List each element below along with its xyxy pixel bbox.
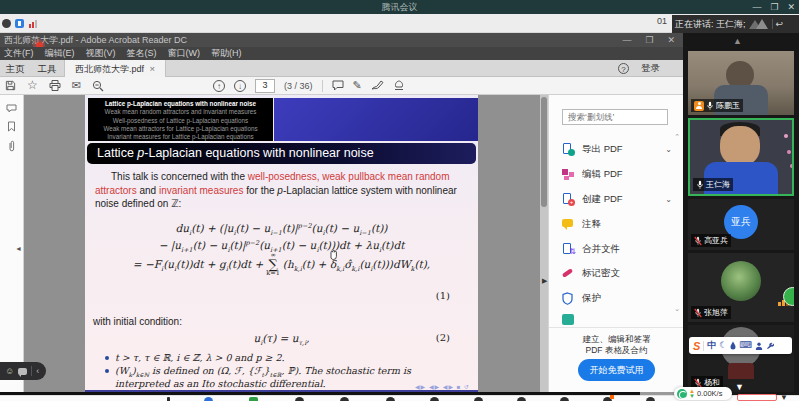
- chevron-down-icon[interactable]: ⌄: [665, 145, 672, 154]
- help-icon[interactable]: ?: [618, 63, 629, 74]
- free-trial-button[interactable]: 开始免费试用: [578, 359, 655, 381]
- taskbar-icon-badged[interactable]: [603, 397, 612, 401]
- maximize-button[interactable]: ❐: [770, 2, 778, 12]
- divider: [31, 366, 32, 376]
- page-down-button[interactable]: ↓: [234, 80, 246, 92]
- taskbar-icon[interactable]: [646, 397, 655, 401]
- page-up-button[interactable]: ↑: [213, 80, 225, 92]
- document-scrollbar[interactable]: [540, 95, 548, 392]
- taskbar-icon[interactable]: [340, 397, 349, 401]
- tool-export-pdf[interactable]: 导出 PDF ⌄: [562, 139, 674, 159]
- nav-collapse-icon[interactable]: ◄: [15, 245, 22, 252]
- ime-lang-icon[interactable]: 中: [707, 337, 716, 354]
- participant-tile[interactable]: 陈鹏玉: [688, 51, 794, 115]
- panel-collapse-up-icon[interactable]: ▲: [733, 36, 742, 46]
- tool-comment[interactable]: 注释: [562, 214, 674, 234]
- tool-protect[interactable]: 保护: [562, 288, 674, 308]
- participant-name: 王仁海: [706, 179, 730, 190]
- divider: [772, 19, 773, 29]
- comment-icon: [562, 218, 575, 231]
- equation1-line3: = −Fi(ui(t))dt + gi(t)dt + ∞ ∑ k=1 (hk,i…: [85, 252, 478, 276]
- zoom-icon[interactable]: [92, 80, 104, 92]
- tools-search-input[interactable]: [562, 109, 668, 125]
- taskbar-tray-arrow-icon[interactable]: ▼: [780, 393, 788, 401]
- restore-button[interactable]: ❐: [645, 35, 653, 45]
- taskbar-icon[interactable]: [167, 397, 170, 401]
- taskbar-icon[interactable]: [430, 397, 439, 401]
- collapse-chevron-icon[interactable]: ‹: [36, 366, 39, 376]
- partial-popup: [737, 394, 777, 401]
- fill-sign-icon[interactable]: [371, 80, 384, 91]
- host-badge-icon: [694, 101, 704, 111]
- taskbar-icon[interactable]: [295, 397, 304, 401]
- save-icon[interactable]: [5, 80, 16, 91]
- equation2: ui(τ) = uτ,i,: [85, 332, 478, 344]
- scroll-down-icon[interactable]: ⌄: [674, 305, 680, 313]
- tool-combine-files[interactable]: ⇅ 合并文件: [562, 239, 674, 259]
- bullet-item: (Wk)k∈ℕ is defined on (Ω, ℱ, {ℱt}t∈ℝ, ℙ)…: [105, 365, 460, 390]
- menu-sign[interactable]: 签名(S): [127, 47, 157, 60]
- mic-muted-icon: [694, 378, 702, 388]
- moon-icon[interactable]: ☾: [719, 337, 727, 354]
- menu-view[interactable]: 视图(V): [86, 47, 116, 60]
- back-arrow-icon[interactable]: ↩: [776, 19, 784, 29]
- participant-tile[interactable]: 亚兵 高亚兵: [688, 199, 794, 250]
- star-icon[interactable]: ☆: [27, 77, 38, 94]
- annotations-icon[interactable]: [6, 103, 17, 113]
- signal-bars-icon: [29, 20, 39, 28]
- comment-icon[interactable]: [332, 80, 344, 91]
- ime-logo-icon[interactable]: S: [693, 340, 700, 352]
- close-button[interactable]: ✕: [787, 2, 795, 12]
- tab-tools[interactable]: 工具: [32, 60, 62, 77]
- taskbar-icon[interactable]: [249, 397, 258, 401]
- panel-collapse-icon[interactable]: ▶: [542, 277, 547, 285]
- keyboard-icon[interactable]: ⌨: [739, 337, 752, 354]
- menu-help[interactable]: 帮助(H): [211, 47, 242, 60]
- participant-tile[interactable]: 张旭萍: [688, 253, 794, 322]
- network-speed-widget[interactable]: ▲▼ 0.00K/s: [674, 387, 732, 400]
- combine-files-icon: ⇅: [562, 243, 575, 256]
- tool-edit-pdf[interactable]: 编辑 PDF: [562, 164, 674, 184]
- scroll-up-icon[interactable]: ⌃: [674, 133, 680, 141]
- print-icon[interactable]: [49, 80, 61, 91]
- meeting-timer: 01: [657, 16, 667, 26]
- menu-edit[interactable]: 编辑(E): [45, 47, 75, 60]
- taskbar-icon[interactable]: [386, 397, 395, 401]
- menu-file[interactable]: 文件(F): [4, 47, 34, 60]
- chevron-down-icon[interactable]: ⌄: [665, 195, 672, 204]
- tool-partial-icon[interactable]: [562, 314, 574, 325]
- minimize-button[interactable]: —: [622, 35, 631, 45]
- chat-icon[interactable]: [18, 368, 27, 375]
- close-button[interactable]: ✕: [667, 35, 675, 45]
- minimize-button[interactable]: —: [752, 2, 761, 12]
- stamp-icon[interactable]: [393, 80, 405, 91]
- taskbar-icon[interactable]: [517, 397, 526, 401]
- edit-pdf-icon: [562, 168, 575, 181]
- smiley-icon[interactable]: ☺: [5, 366, 14, 376]
- person-icon[interactable]: [755, 342, 763, 350]
- participant-tile-speaking[interactable]: 王仁海: [688, 118, 794, 196]
- tool-create-pdf[interactable]: + 创建 PDF ⌄: [562, 189, 674, 209]
- tab-document[interactable]: 西北师范大学.pdf ×: [64, 60, 166, 77]
- ink-drop-icon[interactable]: [730, 341, 736, 350]
- tab-close-icon[interactable]: ×: [150, 63, 156, 74]
- tab-home[interactable]: 主页: [2, 60, 28, 77]
- highlight-pencil-icon[interactable]: ✎: [353, 77, 362, 94]
- notification-badge: [610, 395, 614, 399]
- panel-collapse-down-icon[interactable]: ▼: [735, 382, 744, 392]
- email-icon[interactable]: ✉: [72, 77, 81, 94]
- taskbar-icon[interactable]: [560, 397, 569, 401]
- taskbar-icon[interactable]: [204, 397, 213, 401]
- tool-redact[interactable]: 标记密文: [562, 263, 674, 283]
- background-flowers: [784, 134, 788, 138]
- login-button[interactable]: 登录: [641, 62, 660, 75]
- page-number-input[interactable]: 3: [255, 79, 275, 93]
- scrollbar-thumb[interactable]: [541, 97, 547, 207]
- taskbar-icon[interactable]: [474, 397, 483, 401]
- wrench-icon[interactable]: [766, 342, 774, 350]
- bookmarks-icon[interactable]: [7, 121, 16, 132]
- screen: 腾讯会议 — ❐ ✕ 01 正在讲话: 王仁海; ↩ 西北师范大学.pdf - …: [0, 0, 799, 401]
- slide-title: Lattice p-Laplacian equations with nonli…: [87, 143, 476, 164]
- menu-window[interactable]: 窗口(W): [168, 47, 201, 60]
- attachments-icon[interactable]: [7, 140, 16, 152]
